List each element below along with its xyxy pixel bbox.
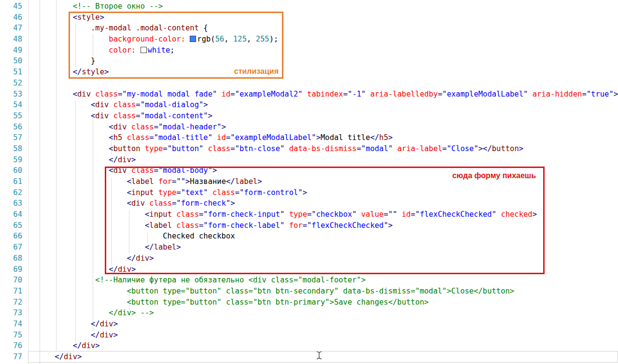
line-number[interactable]: 52 [0,78,22,89]
code-line[interactable]: <input type="text" class="form-control"> [37,187,618,198]
line-number[interactable]: 60 [0,165,22,176]
code-token: , [247,35,256,43]
code-line[interactable]: } [37,56,618,67]
code-line[interactable]: </div> [37,264,618,275]
code-token: flexCheckChecked [420,210,492,219]
code-line[interactable]: <div class="modal-dialog"> [37,99,618,111]
code-line[interactable]: </div> [37,154,618,166]
code-line[interactable]: </div> [37,253,618,264]
code-token [136,46,140,55]
code-line[interactable]: .my-modal .modal-content { [37,23,618,34]
code-token: =" [442,144,451,153]
line-number[interactable]: 75 [0,330,22,341]
line-number[interactable]: 69 [0,264,22,275]
code-line[interactable]: color: white; [37,45,618,56]
code-line[interactable]: <!-- Второе окно --> [37,1,618,12]
code-line[interactable]: <style> [37,12,618,23]
code-token: Checked checkbox [37,232,235,240]
code-line[interactable]: <div class="modal-body"> [37,165,618,176]
code-line[interactable]: <div class="modal-content"> [37,111,618,122]
code-line[interactable]: <button type="button" class="btn-close" … [37,143,618,154]
line-number[interactable]: 62 [0,187,22,198]
code-token: my-modal modal fade [127,90,212,98]
line-number[interactable]: 48 [0,34,22,45]
code-line[interactable]: </label> [37,242,618,253]
line-number[interactable]: 73 [0,308,22,319]
code-token [154,177,158,186]
code-line[interactable]: </div> [37,351,618,363]
code-line[interactable]: <div class="my-modal modal fade" id="exa… [37,89,618,100]
code-line[interactable]: </div> --> [37,308,618,319]
line-number[interactable]: 58 [0,143,22,154]
code-token: class [176,210,199,219]
code-line[interactable]: </div> [37,319,618,330]
code-line[interactable]: </div> [37,340,618,351]
line-number[interactable]: 71 [0,286,22,297]
line-number[interactable]: 45 [0,1,22,12]
line-number[interactable]: 72 [0,297,22,308]
code-line[interactable]: <button type="button" class="btn btn-sec… [37,286,618,297]
code-token: =" [582,90,591,98]
line-number[interactable]: 47 [0,23,22,34]
code-line[interactable]: background-color: rgb(56, 125, 255); [37,34,618,45]
code-line[interactable]: </style> [37,67,618,78]
code-line[interactable]: <input class="form-check-input" type="ch… [37,209,618,220]
line-number[interactable]: 76 [0,340,22,351]
line-number[interactable]: 74 [0,319,22,330]
line-number[interactable]: 61 [0,176,22,187]
line-number[interactable]: 46 [0,12,22,23]
code-token [357,210,361,219]
code-line[interactable]: <label class="form-check-label" for="fle… [37,220,618,231]
line-number[interactable]: 64 [0,209,22,220]
code-token: =" [199,210,208,219]
code-line[interactable]: <h5 class="modal-title" id="exampleModal… [37,132,618,143]
code-token: " [609,90,613,98]
line-number[interactable]: 51 [0,67,22,78]
code-token: div [131,199,145,208]
code-line[interactable]: <div class="modal-header"> [37,122,618,133]
line-number[interactable]: 55 [0,111,22,122]
code-token: > [303,188,307,197]
code-token: > [478,144,483,153]
code-line[interactable]: <label for="">Название</label> [37,176,618,187]
line-number[interactable]: 54 [0,99,22,111]
code-line[interactable] [37,78,618,89]
line-number-gutter[interactable]: 4546474849505152535455565758596061626364… [0,1,22,363]
code-token: form-check-input [208,210,280,219]
code-token: " [474,144,478,153]
code-token: > [176,243,181,252]
line-number[interactable]: 70 [0,275,22,286]
code-line[interactable]: <button type="button" class="btn btn-pri… [37,297,618,308]
line-number[interactable]: 53 [0,89,22,100]
code-area[interactable]: <!-- Второе окно --> <style> .my-modal .… [37,1,618,363]
line-number[interactable]: 77 [0,351,22,363]
code-token: class [131,123,154,131]
code-token: =" [118,90,127,98]
code-token: < [109,123,113,131]
code-line[interactable]: </div> [37,330,618,341]
line-number[interactable]: 57 [0,132,22,143]
line-number[interactable]: 65 [0,220,22,231]
line-number[interactable]: 50 [0,56,22,67]
line-number[interactable]: 59 [0,154,22,166]
code-token: " [523,90,528,98]
code-token: form-control [244,188,298,197]
code-token [127,166,131,175]
code-token: modal [365,144,388,153]
line-number[interactable]: 67 [0,242,22,253]
code-line[interactable]: Checked checkbox [37,231,618,242]
line-number[interactable]: 68 [0,253,22,264]
code-token: > [222,123,226,131]
code-token: </ [73,341,82,350]
code-line[interactable]: <div class="form-check"> [37,198,618,209]
line-number[interactable]: 66 [0,231,22,242]
code-token: " [203,112,208,120]
code-token [37,133,109,142]
code-token [37,35,109,43]
code-line[interactable]: <!--Наличие футера не обязательно <div c… [37,275,618,286]
code-token [37,46,109,55]
line-number[interactable]: 56 [0,122,22,133]
line-number[interactable]: 49 [0,45,22,56]
line-number[interactable]: 63 [0,198,22,209]
code-token: </ [109,155,118,164]
